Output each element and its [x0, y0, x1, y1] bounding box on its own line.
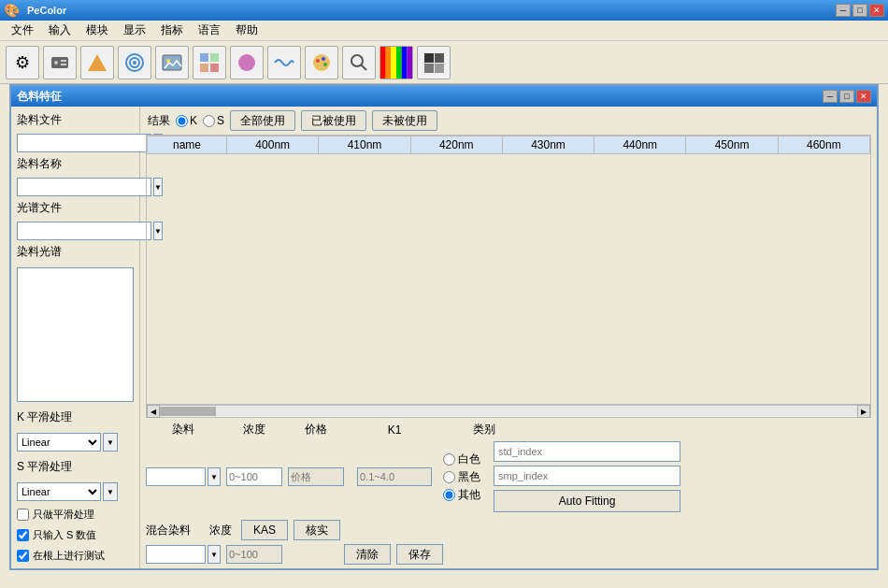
k-smooth-combo-row: Linear ▼	[17, 433, 134, 452]
dye-col-header: 染料	[146, 422, 221, 437]
menu-index[interactable]: 指标	[153, 21, 191, 40]
price-col-header: 价格	[288, 422, 344, 437]
price-input[interactable]	[288, 467, 344, 486]
verify-button[interactable]: 核实	[294, 520, 340, 540]
toolbar-icon-rainbow[interactable]	[380, 46, 413, 79]
mix-dye-input-row: ▼ 清除 保存	[146, 544, 871, 565]
toolbar-icon-grid2[interactable]	[417, 46, 451, 79]
spec-file-input[interactable]	[17, 222, 151, 240]
inner-window: 色料特征 ─ □ ✕ 染料文件 ▼ 染料名称 ▼ 光谱文件 ▼ 染料光	[9, 84, 879, 570]
spec-file-label: 光谱文件	[17, 200, 134, 216]
mix-dye-input[interactable]	[146, 545, 206, 564]
maximize-button[interactable]: □	[852, 4, 867, 17]
minimize-button[interactable]: ─	[836, 4, 851, 17]
toolbar-icon-shape[interactable]	[80, 46, 114, 79]
mix-conc-input[interactable]	[226, 545, 282, 564]
toolbar-icon-image[interactable]	[155, 46, 189, 79]
btn-all-use[interactable]: 全部使用	[230, 110, 295, 131]
col-460nm: 460nm	[778, 136, 869, 154]
btn-not-used[interactable]: 未被使用	[372, 110, 437, 131]
svg-point-16	[316, 59, 320, 63]
btn-used[interactable]: 已被使用	[301, 110, 366, 131]
dye-select-input[interactable]	[146, 467, 206, 486]
svg-marker-4	[88, 54, 107, 71]
toolbar-icon-palette[interactable]	[305, 46, 338, 79]
s-smooth-select[interactable]: Linear	[17, 482, 101, 501]
dye-file-input[interactable]	[17, 134, 151, 152]
radio-k-label: K	[190, 114, 197, 127]
smp-index-input[interactable]	[494, 466, 680, 486]
kas-button[interactable]: KAS	[241, 520, 288, 540]
dye-spec-label: 染料光谱	[17, 244, 134, 260]
menu-language[interactable]: 语言	[191, 21, 228, 40]
inner-maximize-button[interactable]: □	[839, 90, 854, 103]
dye-file-label: 染料文件	[17, 112, 134, 128]
clear-button[interactable]: 清除	[344, 544, 391, 565]
radio-white-label: 白色	[458, 452, 480, 467]
table-scrollbar[interactable]: ◀ ▶	[146, 405, 871, 418]
radio-s[interactable]	[203, 115, 215, 127]
scroll-right-arrow[interactable]: ▶	[857, 405, 870, 418]
input-s-label: 只输入 S 数值	[33, 528, 96, 542]
std-index-input[interactable]	[494, 441, 680, 462]
svg-rect-21	[380, 47, 386, 79]
dye-select-dropdown[interactable]: ▼	[208, 467, 221, 486]
category-col-header: 类别	[456, 422, 512, 437]
test-root-label: 在根上进行测试	[33, 549, 105, 563]
menu-display[interactable]: 显示	[116, 21, 153, 40]
radio-other[interactable]	[443, 489, 455, 501]
toolbar-icon-remote[interactable]	[43, 46, 77, 79]
svg-rect-22	[386, 47, 392, 79]
menu-help[interactable]: 帮助	[228, 21, 265, 40]
spec-file-input-row: ▼	[17, 222, 134, 240]
data-table-container[interactable]: name 400nm 410nm 420nm 430nm 440nm 450nm…	[146, 135, 871, 405]
svg-rect-24	[396, 47, 402, 79]
svg-point-18	[323, 63, 327, 66]
input-s-checkbox[interactable]	[17, 529, 29, 541]
inner-close-button[interactable]: ✕	[856, 90, 871, 103]
scroll-left-arrow[interactable]: ◀	[147, 405, 160, 418]
toolbar-icon-grid[interactable]	[193, 46, 226, 79]
col-430nm: 430nm	[502, 136, 594, 154]
mix-dye-dropdown[interactable]: ▼	[208, 545, 221, 564]
dye-name-input[interactable]	[17, 178, 151, 196]
col-420nm: 420nm	[410, 136, 502, 154]
toolbar-icon-search[interactable]	[342, 46, 376, 79]
toolbar-icon-circle[interactable]	[230, 46, 264, 79]
radio-white[interactable]	[443, 453, 455, 466]
toolbar-icon-settings[interactable]: ⚙	[6, 46, 39, 79]
toolbar-icon-wave[interactable]	[267, 46, 301, 79]
radio-k[interactable]	[176, 115, 188, 127]
auto-fitting-button[interactable]: Auto Fitting	[494, 490, 680, 512]
menu-input[interactable]: 输入	[41, 21, 79, 40]
svg-rect-30	[435, 64, 444, 73]
k-smooth-select[interactable]: Linear	[17, 433, 101, 452]
data-table: name 400nm 410nm 420nm 430nm 440nm 450nm…	[147, 136, 870, 154]
toolbar-icon-target[interactable]	[118, 46, 151, 79]
smooth-only-label: 只做平滑处理	[33, 508, 94, 522]
svg-point-17	[322, 57, 325, 61]
col-410nm: 410nm	[319, 136, 410, 154]
conc-input[interactable]	[226, 467, 282, 486]
mix-dye-row: 混合染料 浓度 KAS 核实	[146, 520, 871, 540]
test-root-checkbox[interactable]	[17, 550, 29, 562]
title-bar: 🎨 PeColor ─ □ ✕	[0, 0, 888, 21]
k-smooth-dropdown[interactable]: ▼	[103, 433, 118, 452]
menu-module[interactable]: 模块	[79, 21, 116, 40]
k1-input[interactable]	[357, 467, 432, 486]
inner-title: 色料特征	[17, 89, 62, 105]
close-button[interactable]: ✕	[869, 4, 884, 17]
save-button[interactable]: 保存	[396, 544, 443, 565]
svg-rect-13	[210, 64, 219, 72]
checkbox-smooth-only: 只做平滑处理	[17, 508, 134, 522]
s-smooth-dropdown[interactable]: ▼	[103, 482, 118, 501]
app-title: PeColor	[27, 5, 66, 16]
svg-rect-0	[51, 57, 68, 68]
menu-file[interactable]: 文件	[4, 21, 41, 40]
scrollbar-thumb[interactable]	[160, 407, 216, 416]
smooth-only-checkbox[interactable]	[17, 509, 29, 521]
svg-rect-2	[61, 60, 66, 62]
radio-other-label: 其他	[458, 487, 480, 503]
radio-black[interactable]	[443, 471, 455, 483]
inner-minimize-button[interactable]: ─	[823, 90, 838, 103]
